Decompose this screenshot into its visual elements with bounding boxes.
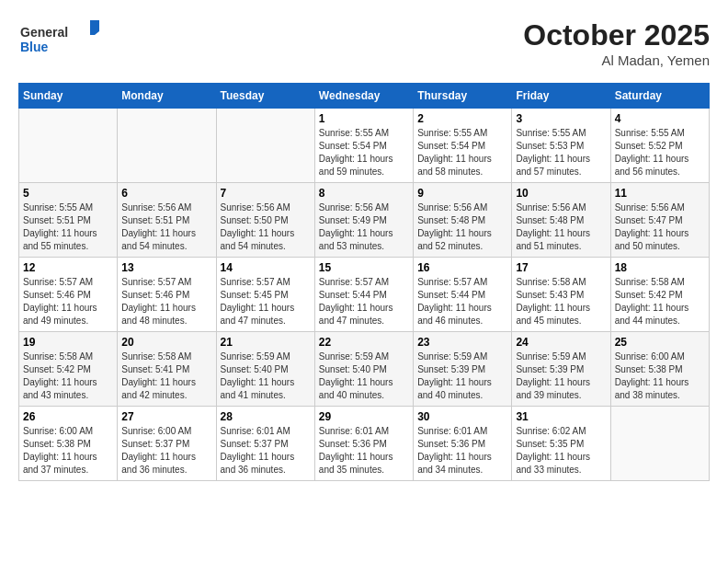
day-info: Sunrise: 6:00 AM Sunset: 5:37 PM Dayligh… <box>121 425 211 477</box>
day-cell: 2Sunrise: 5:55 AM Sunset: 5:54 PM Daylig… <box>414 109 512 183</box>
weekday-monday: Monday <box>118 84 216 109</box>
day-number: 3 <box>516 112 606 125</box>
day-info: Sunrise: 6:00 AM Sunset: 5:38 PM Dayligh… <box>23 425 113 477</box>
day-number: 14 <box>221 261 311 274</box>
day-info: Sunrise: 5:59 AM Sunset: 5:39 PM Dayligh… <box>516 350 606 402</box>
day-cell: 20Sunrise: 5:58 AM Sunset: 5:41 PM Dayli… <box>118 332 216 407</box>
calendar-body: 1Sunrise: 5:55 AM Sunset: 5:54 PM Daylig… <box>19 109 710 481</box>
day-number: 22 <box>319 336 409 349</box>
day-info: Sunrise: 6:00 AM Sunset: 5:38 PM Dayligh… <box>615 350 705 402</box>
day-info: Sunrise: 5:55 AM Sunset: 5:54 PM Dayligh… <box>417 127 507 178</box>
day-cell <box>118 109 216 183</box>
day-cell: 16Sunrise: 5:57 AM Sunset: 5:44 PM Dayli… <box>414 258 512 332</box>
day-number: 28 <box>221 410 311 423</box>
logo: General Blue <box>18 18 101 60</box>
day-info: Sunrise: 5:57 AM Sunset: 5:46 PM Dayligh… <box>23 276 113 327</box>
day-cell: 4Sunrise: 5:55 AM Sunset: 5:52 PM Daylig… <box>610 109 709 183</box>
day-cell: 19Sunrise: 5:58 AM Sunset: 5:42 PM Dayli… <box>19 332 118 407</box>
day-cell: 3Sunrise: 5:55 AM Sunset: 5:53 PM Daylig… <box>512 109 610 183</box>
day-number: 13 <box>121 261 211 274</box>
day-number: 19 <box>23 336 113 349</box>
day-number: 10 <box>516 187 606 200</box>
day-cell <box>610 407 709 481</box>
day-cell: 18Sunrise: 5:58 AM Sunset: 5:42 PM Dayli… <box>610 258 709 332</box>
day-cell: 14Sunrise: 5:57 AM Sunset: 5:45 PM Dayli… <box>216 258 314 332</box>
day-info: Sunrise: 5:55 AM Sunset: 5:53 PM Dayligh… <box>516 127 606 178</box>
day-info: Sunrise: 5:59 AM Sunset: 5:40 PM Dayligh… <box>319 350 409 402</box>
weekday-saturday: Saturday <box>610 84 709 109</box>
month-title: October 2025 <box>523 18 710 52</box>
day-info: Sunrise: 5:56 AM Sunset: 5:49 PM Dayligh… <box>319 201 409 253</box>
day-number: 16 <box>417 261 507 274</box>
day-number: 4 <box>615 112 705 125</box>
day-cell <box>19 109 118 183</box>
day-number: 17 <box>516 261 606 274</box>
day-cell: 8Sunrise: 5:56 AM Sunset: 5:49 PM Daylig… <box>314 183 413 258</box>
day-number: 29 <box>319 410 409 423</box>
weekday-tuesday: Tuesday <box>216 84 314 109</box>
weekday-wednesday: Wednesday <box>314 84 413 109</box>
day-number: 20 <box>121 336 211 349</box>
day-number: 11 <box>615 187 705 200</box>
day-info: Sunrise: 5:56 AM Sunset: 5:48 PM Dayligh… <box>417 201 507 253</box>
day-number: 23 <box>417 336 507 349</box>
day-cell: 12Sunrise: 5:57 AM Sunset: 5:46 PM Dayli… <box>19 258 118 332</box>
week-row-2: 5Sunrise: 5:55 AM Sunset: 5:51 PM Daylig… <box>19 183 710 258</box>
day-cell: 6Sunrise: 5:56 AM Sunset: 5:51 PM Daylig… <box>118 183 216 258</box>
day-info: Sunrise: 5:55 AM Sunset: 5:54 PM Dayligh… <box>319 127 409 178</box>
svg-text:General: General <box>20 25 68 40</box>
day-cell: 9Sunrise: 5:56 AM Sunset: 5:48 PM Daylig… <box>414 183 512 258</box>
day-cell: 5Sunrise: 5:55 AM Sunset: 5:51 PM Daylig… <box>19 183 118 258</box>
day-number: 7 <box>221 187 311 200</box>
day-info: Sunrise: 5:57 AM Sunset: 5:44 PM Dayligh… <box>417 276 507 327</box>
logo-image: General Blue <box>18 18 101 60</box>
day-info: Sunrise: 5:56 AM Sunset: 5:51 PM Dayligh… <box>121 201 211 253</box>
day-number: 12 <box>23 261 113 274</box>
day-cell: 28Sunrise: 6:01 AM Sunset: 5:37 PM Dayli… <box>216 407 314 481</box>
day-number: 9 <box>417 187 507 200</box>
day-number: 30 <box>417 410 507 423</box>
svg-text:Blue: Blue <box>20 40 49 54</box>
day-cell: 21Sunrise: 5:59 AM Sunset: 5:40 PM Dayli… <box>216 332 314 407</box>
day-cell <box>216 109 314 183</box>
day-number: 25 <box>615 336 705 349</box>
day-info: Sunrise: 5:57 AM Sunset: 5:44 PM Dayligh… <box>319 276 409 327</box>
title-area: October 2025 Al Madan, Yemen <box>523 18 710 68</box>
day-cell: 29Sunrise: 6:01 AM Sunset: 5:36 PM Dayli… <box>314 407 413 481</box>
day-info: Sunrise: 5:55 AM Sunset: 5:52 PM Dayligh… <box>615 127 705 178</box>
day-info: Sunrise: 5:59 AM Sunset: 5:40 PM Dayligh… <box>221 350 311 402</box>
calendar-header: SundayMondayTuesdayWednesdayThursdayFrid… <box>19 84 710 109</box>
day-cell: 26Sunrise: 6:00 AM Sunset: 5:38 PM Dayli… <box>19 407 118 481</box>
day-cell: 25Sunrise: 6:00 AM Sunset: 5:38 PM Dayli… <box>610 332 709 407</box>
day-info: Sunrise: 5:55 AM Sunset: 5:51 PM Dayligh… <box>23 201 113 253</box>
location: Al Madan, Yemen <box>523 52 710 68</box>
day-cell: 10Sunrise: 5:56 AM Sunset: 5:48 PM Dayli… <box>512 183 610 258</box>
day-info: Sunrise: 5:58 AM Sunset: 5:41 PM Dayligh… <box>121 350 211 402</box>
week-row-5: 26Sunrise: 6:00 AM Sunset: 5:38 PM Dayli… <box>19 407 710 481</box>
day-info: Sunrise: 5:56 AM Sunset: 5:47 PM Dayligh… <box>615 201 705 253</box>
day-number: 18 <box>615 261 705 274</box>
day-info: Sunrise: 6:02 AM Sunset: 5:35 PM Dayligh… <box>516 425 606 477</box>
day-info: Sunrise: 5:58 AM Sunset: 5:42 PM Dayligh… <box>23 350 113 402</box>
day-number: 1 <box>319 112 409 125</box>
page-header: General Blue October 2025 Al Madan, Yeme… <box>18 18 710 68</box>
day-number: 5 <box>23 187 113 200</box>
day-info: Sunrise: 6:01 AM Sunset: 5:36 PM Dayligh… <box>319 425 409 477</box>
day-number: 6 <box>121 187 211 200</box>
day-cell: 22Sunrise: 5:59 AM Sunset: 5:40 PM Dayli… <box>314 332 413 407</box>
week-row-3: 12Sunrise: 5:57 AM Sunset: 5:46 PM Dayli… <box>19 258 710 332</box>
day-info: Sunrise: 5:58 AM Sunset: 5:43 PM Dayligh… <box>516 276 606 327</box>
day-info: Sunrise: 6:01 AM Sunset: 5:36 PM Dayligh… <box>417 425 507 477</box>
day-cell: 7Sunrise: 5:56 AM Sunset: 5:50 PM Daylig… <box>216 183 314 258</box>
day-number: 27 <box>121 410 211 423</box>
day-info: Sunrise: 5:56 AM Sunset: 5:48 PM Dayligh… <box>516 201 606 253</box>
day-number: 31 <box>516 410 606 423</box>
day-cell: 11Sunrise: 5:56 AM Sunset: 5:47 PM Dayli… <box>610 183 709 258</box>
day-cell: 1Sunrise: 5:55 AM Sunset: 5:54 PM Daylig… <box>314 109 413 183</box>
weekday-sunday: Sunday <box>19 84 118 109</box>
svg-marker-1 <box>90 20 99 35</box>
day-cell: 31Sunrise: 6:02 AM Sunset: 5:35 PM Dayli… <box>512 407 610 481</box>
day-cell: 23Sunrise: 5:59 AM Sunset: 5:39 PM Dayli… <box>414 332 512 407</box>
day-number: 26 <box>23 410 113 423</box>
day-info: Sunrise: 5:57 AM Sunset: 5:46 PM Dayligh… <box>121 276 211 327</box>
